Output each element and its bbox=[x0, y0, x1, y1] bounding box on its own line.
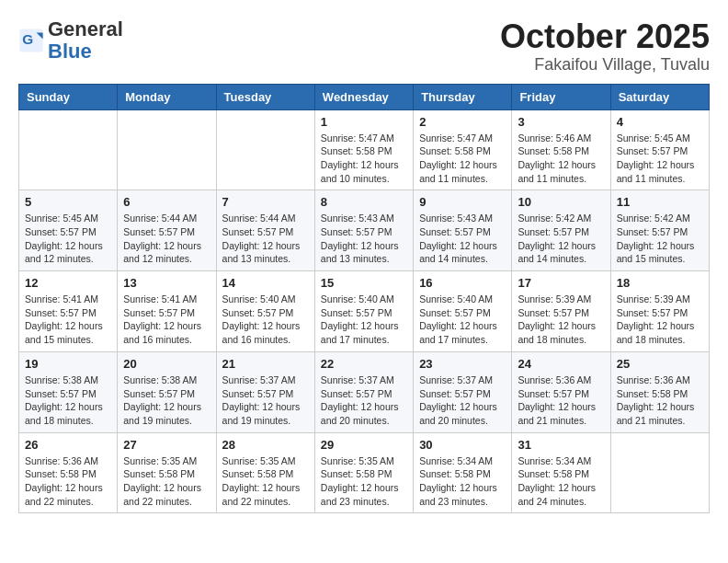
day-info: Sunrise: 5:40 AM Sunset: 5:57 PM Dayligh… bbox=[321, 293, 407, 347]
logo: G General Blue bbox=[18, 18, 123, 63]
day-number: 9 bbox=[419, 195, 506, 209]
svg-text:G: G bbox=[22, 31, 33, 47]
day-info: Sunrise: 5:41 AM Sunset: 5:57 PM Dayligh… bbox=[25, 293, 111, 347]
calendar-cell: 12Sunrise: 5:41 AM Sunset: 5:57 PM Dayli… bbox=[19, 271, 118, 352]
day-number: 22 bbox=[321, 357, 407, 371]
calendar-cell: 4Sunrise: 5:45 AM Sunset: 5:57 PM Daylig… bbox=[610, 109, 709, 190]
day-number: 29 bbox=[321, 438, 407, 452]
calendar-cell bbox=[118, 109, 216, 190]
page-container: G General Blue October 2025 Fakaifou Vil… bbox=[0, 0, 728, 523]
day-info: Sunrise: 5:39 AM Sunset: 5:57 PM Dayligh… bbox=[518, 293, 604, 347]
day-number: 30 bbox=[419, 438, 506, 452]
day-info: Sunrise: 5:36 AM Sunset: 5:58 PM Dayligh… bbox=[25, 454, 111, 509]
calendar-cell: 7Sunrise: 5:44 AM Sunset: 5:57 PM Daylig… bbox=[216, 190, 314, 271]
calendar-cell: 20Sunrise: 5:38 AM Sunset: 5:57 PM Dayli… bbox=[118, 351, 216, 432]
day-number: 27 bbox=[123, 438, 210, 452]
day-info: Sunrise: 5:34 AM Sunset: 5:58 PM Dayligh… bbox=[419, 454, 506, 509]
day-info: Sunrise: 5:42 AM Sunset: 5:57 PM Dayligh… bbox=[617, 212, 703, 266]
calendar-cell: 29Sunrise: 5:35 AM Sunset: 5:58 PM Dayli… bbox=[314, 432, 413, 513]
day-number: 13 bbox=[123, 276, 210, 290]
calendar-cell bbox=[610, 432, 709, 513]
calendar-cell: 11Sunrise: 5:42 AM Sunset: 5:57 PM Dayli… bbox=[610, 190, 709, 271]
title-block: October 2025 Fakaifou Village, Tuvalu bbox=[500, 18, 710, 75]
logo-general-text: General bbox=[48, 17, 123, 40]
day-number: 24 bbox=[518, 357, 604, 371]
day-number: 1 bbox=[321, 115, 407, 129]
logo-blue-text: Blue bbox=[48, 40, 92, 63]
day-info: Sunrise: 5:40 AM Sunset: 5:57 PM Dayligh… bbox=[419, 293, 506, 347]
day-number: 6 bbox=[123, 195, 210, 209]
calendar-cell: 28Sunrise: 5:35 AM Sunset: 5:58 PM Dayli… bbox=[216, 432, 314, 513]
day-number: 21 bbox=[222, 357, 309, 371]
calendar-cell: 9Sunrise: 5:43 AM Sunset: 5:57 PM Daylig… bbox=[414, 190, 512, 271]
day-info: Sunrise: 5:39 AM Sunset: 5:57 PM Dayligh… bbox=[617, 293, 703, 347]
day-info: Sunrise: 5:43 AM Sunset: 5:57 PM Dayligh… bbox=[321, 212, 407, 266]
day-number: 10 bbox=[518, 195, 604, 209]
day-info: Sunrise: 5:41 AM Sunset: 5:57 PM Dayligh… bbox=[123, 293, 210, 347]
day-number: 23 bbox=[419, 357, 506, 371]
day-info: Sunrise: 5:37 AM Sunset: 5:57 PM Dayligh… bbox=[222, 373, 309, 428]
calendar-cell bbox=[216, 109, 314, 190]
day-number: 7 bbox=[222, 195, 309, 209]
day-info: Sunrise: 5:36 AM Sunset: 5:57 PM Dayligh… bbox=[518, 373, 604, 428]
day-number: 11 bbox=[617, 195, 703, 209]
day-number: 16 bbox=[419, 276, 506, 290]
month-title: October 2025 bbox=[500, 18, 710, 55]
day-info: Sunrise: 5:37 AM Sunset: 5:57 PM Dayligh… bbox=[419, 373, 506, 428]
calendar-cell: 1Sunrise: 5:47 AM Sunset: 5:58 PM Daylig… bbox=[314, 109, 413, 190]
calendar-cell: 22Sunrise: 5:37 AM Sunset: 5:57 PM Dayli… bbox=[314, 351, 413, 432]
calendar-cell: 10Sunrise: 5:42 AM Sunset: 5:57 PM Dayli… bbox=[512, 190, 610, 271]
day-number: 4 bbox=[617, 115, 703, 129]
calendar-cell: 8Sunrise: 5:43 AM Sunset: 5:57 PM Daylig… bbox=[314, 190, 413, 271]
calendar-cell: 6Sunrise: 5:44 AM Sunset: 5:57 PM Daylig… bbox=[118, 190, 216, 271]
day-number: 8 bbox=[321, 195, 407, 209]
calendar-cell: 15Sunrise: 5:40 AM Sunset: 5:57 PM Dayli… bbox=[314, 271, 413, 352]
day-number: 17 bbox=[518, 276, 604, 290]
day-number: 3 bbox=[518, 115, 604, 129]
logo-icon: G bbox=[18, 28, 44, 53]
location: Fakaifou Village, Tuvalu bbox=[500, 55, 710, 75]
day-info: Sunrise: 5:46 AM Sunset: 5:58 PM Dayligh… bbox=[518, 132, 604, 186]
calendar-header-monday: Monday bbox=[118, 84, 216, 109]
calendar-cell: 2Sunrise: 5:47 AM Sunset: 5:58 PM Daylig… bbox=[414, 109, 512, 190]
calendar-header-tuesday: Tuesday bbox=[216, 84, 314, 109]
calendar-cell: 24Sunrise: 5:36 AM Sunset: 5:57 PM Dayli… bbox=[512, 351, 610, 432]
calendar-cell: 5Sunrise: 5:45 AM Sunset: 5:57 PM Daylig… bbox=[19, 190, 118, 271]
day-number: 20 bbox=[123, 357, 210, 371]
calendar-week-1: 1Sunrise: 5:47 AM Sunset: 5:58 PM Daylig… bbox=[19, 109, 710, 190]
calendar-week-3: 12Sunrise: 5:41 AM Sunset: 5:57 PM Dayli… bbox=[19, 271, 710, 352]
day-info: Sunrise: 5:44 AM Sunset: 5:57 PM Dayligh… bbox=[222, 212, 309, 266]
calendar-week-2: 5Sunrise: 5:45 AM Sunset: 5:57 PM Daylig… bbox=[19, 190, 710, 271]
day-info: Sunrise: 5:34 AM Sunset: 5:58 PM Dayligh… bbox=[518, 454, 604, 509]
day-info: Sunrise: 5:44 AM Sunset: 5:57 PM Dayligh… bbox=[123, 212, 210, 266]
day-info: Sunrise: 5:36 AM Sunset: 5:58 PM Dayligh… bbox=[617, 373, 703, 428]
day-info: Sunrise: 5:37 AM Sunset: 5:57 PM Dayligh… bbox=[321, 373, 407, 428]
calendar-header-saturday: Saturday bbox=[610, 84, 709, 109]
calendar-cell: 13Sunrise: 5:41 AM Sunset: 5:57 PM Dayli… bbox=[118, 271, 216, 352]
calendar-cell: 27Sunrise: 5:35 AM Sunset: 5:58 PM Dayli… bbox=[118, 432, 216, 513]
day-info: Sunrise: 5:47 AM Sunset: 5:58 PM Dayligh… bbox=[321, 132, 407, 186]
day-info: Sunrise: 5:43 AM Sunset: 5:57 PM Dayligh… bbox=[419, 212, 506, 266]
calendar-table: SundayMondayTuesdayWednesdayThursdayFrid… bbox=[18, 84, 710, 514]
day-info: Sunrise: 5:35 AM Sunset: 5:58 PM Dayligh… bbox=[123, 454, 210, 509]
day-info: Sunrise: 5:38 AM Sunset: 5:57 PM Dayligh… bbox=[25, 373, 111, 428]
calendar-header-sunday: Sunday bbox=[19, 84, 118, 109]
calendar-cell: 26Sunrise: 5:36 AM Sunset: 5:58 PM Dayli… bbox=[19, 432, 118, 513]
calendar-cell: 21Sunrise: 5:37 AM Sunset: 5:57 PM Dayli… bbox=[216, 351, 314, 432]
header: G General Blue October 2025 Fakaifou Vil… bbox=[18, 18, 710, 75]
day-info: Sunrise: 5:35 AM Sunset: 5:58 PM Dayligh… bbox=[222, 454, 309, 509]
calendar-cell: 25Sunrise: 5:36 AM Sunset: 5:58 PM Dayli… bbox=[610, 351, 709, 432]
calendar-week-4: 19Sunrise: 5:38 AM Sunset: 5:57 PM Dayli… bbox=[19, 351, 710, 432]
day-number: 31 bbox=[518, 438, 604, 452]
day-number: 25 bbox=[617, 357, 703, 371]
day-info: Sunrise: 5:42 AM Sunset: 5:57 PM Dayligh… bbox=[518, 212, 604, 266]
calendar-cell bbox=[19, 109, 118, 190]
calendar-cell: 3Sunrise: 5:46 AM Sunset: 5:58 PM Daylig… bbox=[512, 109, 610, 190]
day-number: 14 bbox=[222, 276, 309, 290]
calendar-cell: 19Sunrise: 5:38 AM Sunset: 5:57 PM Dayli… bbox=[19, 351, 118, 432]
day-info: Sunrise: 5:40 AM Sunset: 5:57 PM Dayligh… bbox=[222, 293, 309, 347]
calendar-cell: 16Sunrise: 5:40 AM Sunset: 5:57 PM Dayli… bbox=[414, 271, 512, 352]
calendar-cell: 17Sunrise: 5:39 AM Sunset: 5:57 PM Dayli… bbox=[512, 271, 610, 352]
day-info: Sunrise: 5:47 AM Sunset: 5:58 PM Dayligh… bbox=[419, 132, 506, 186]
day-info: Sunrise: 5:38 AM Sunset: 5:57 PM Dayligh… bbox=[123, 373, 210, 428]
